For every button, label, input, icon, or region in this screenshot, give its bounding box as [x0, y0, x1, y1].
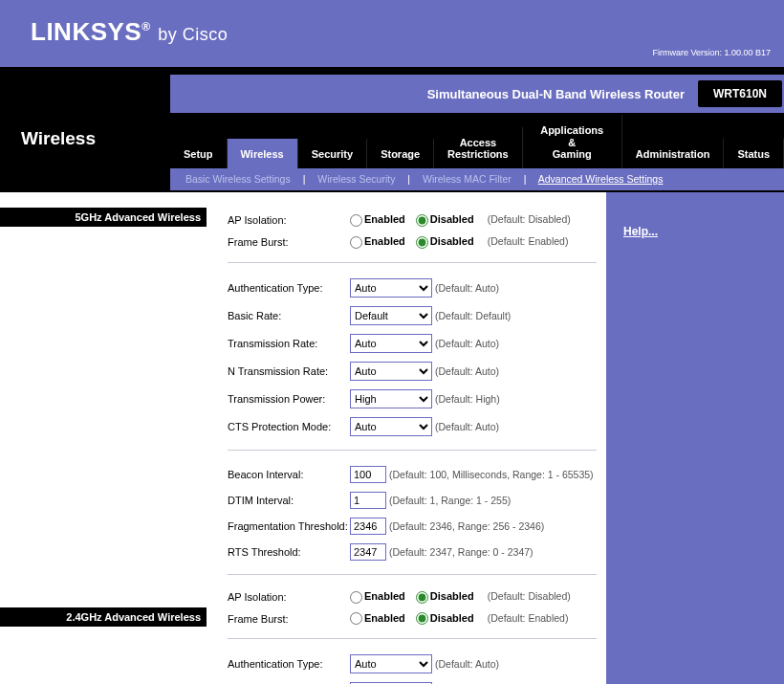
default-note: (Default: Default)	[435, 310, 511, 321]
section-24ghz-label: 2.4GHz Advanced Wireless	[0, 607, 207, 627]
section-5ghz-label: 5GHz Advanced Wireless	[0, 208, 207, 227]
sub-nav-spacer	[0, 168, 170, 190]
default-note: (Default: Disabled)	[488, 213, 571, 225]
sub-tabs: Basic Wireless Settings | Wireless Secur…	[170, 168, 784, 190]
radio-disabled-input[interactable]	[416, 236, 428, 249]
row-frame-burst-24: Frame Burst: Enabled Disabled (Default: …	[228, 612, 597, 626]
label-tx-rate: Transmission Rate:	[228, 338, 350, 349]
select-tx-power-5[interactable]: High	[350, 389, 432, 408]
radio-disabled-input[interactable]	[416, 214, 428, 227]
logo: LINKSYS® by Cisco	[31, 17, 228, 47]
default-note: (Default: 1, Range: 1 - 255)	[389, 495, 511, 506]
default-note: (Default: 2347, Range: 0 - 2347)	[389, 546, 534, 558]
radio-disabled[interactable]: Disabled	[416, 213, 474, 225]
label-cts-mode: CTS Protection Mode:	[228, 421, 350, 432]
label-ap-isolation: AP Isolation:	[228, 591, 350, 603]
tab-security[interactable]: Security	[298, 139, 367, 168]
label-auth-type: Authentication Type:	[228, 282, 350, 294]
radio-frame-burst-24: Enabled Disabled (Default: Enabled)	[350, 612, 568, 626]
subtab-mac-filter[interactable]: Wireless MAC Filter	[423, 173, 512, 185]
radio-enabled-input[interactable]	[350, 236, 362, 249]
input-frag-5[interactable]	[350, 518, 386, 535]
subtab-basic[interactable]: Basic Wireless Settings	[185, 173, 291, 185]
divider	[0, 67, 784, 75]
row-n-tx-rate-5: N Transmission Rate: Auto (Default: Auto…	[228, 362, 597, 381]
radio-enabled[interactable]: Enabled	[350, 235, 405, 247]
input-dtim-5[interactable]	[350, 492, 386, 509]
default-note: (Default: Enabled)	[488, 612, 569, 624]
default-note: (Default: High)	[435, 393, 500, 405]
default-note: (Default: Auto)	[435, 365, 499, 377]
radio-disabled-input[interactable]	[416, 612, 428, 625]
radio-disabled[interactable]: Disabled	[416, 235, 474, 247]
logo-reg: ®	[142, 20, 150, 33]
default-note: (Default: Auto)	[435, 282, 499, 294]
page-title: Wireless	[0, 115, 170, 168]
input-beacon-5[interactable]	[350, 466, 386, 483]
radio-enabled-input[interactable]	[350, 591, 362, 604]
radio-frame-burst-5: Enabled Disabled (Default: Enabled)	[350, 235, 568, 249]
divider	[228, 638, 597, 639]
logo-by: by Cisco	[158, 25, 228, 44]
row-ap-isolation-24: AP Isolation: Enabled Disabled (Default:…	[228, 590, 597, 604]
help-link[interactable]: Help...	[623, 225, 658, 238]
radio-enabled[interactable]: Enabled	[350, 590, 405, 602]
logo-name: LINKSYS	[31, 17, 142, 46]
label-basic-rate: Basic Rate:	[228, 310, 350, 321]
firmware-version: Firmware Version: 1.00.00 B17	[652, 48, 771, 57]
subtab-advanced[interactable]: Advanced Wireless Settings	[538, 173, 664, 185]
radio-disabled[interactable]: Disabled	[416, 612, 474, 624]
label-dtim: DTIM Interval:	[228, 495, 350, 506]
select-tx-rate-5[interactable]: Auto	[350, 334, 432, 353]
form-column: AP Isolation: Enabled Disabled (Default:…	[207, 192, 608, 684]
select-auth-type-24[interactable]: Auto	[350, 654, 432, 673]
radio-enabled[interactable]: Enabled	[350, 612, 405, 624]
row-ap-isolation-5: AP Isolation: Enabled Disabled (Default:…	[228, 213, 597, 227]
content-area: 5GHz Advanced Wireless 2.4GHz Advanced W…	[0, 192, 784, 684]
sub-nav-row: Basic Wireless Settings | Wireless Secur…	[0, 168, 784, 190]
select-auth-type-5[interactable]: Auto	[350, 278, 432, 298]
tab-apps-gaming[interactable]: Applications & Gaming	[523, 115, 622, 168]
divider	[228, 262, 597, 263]
left-column: 5GHz Advanced Wireless 2.4GHz Advanced W…	[0, 192, 207, 684]
label-rts: RTS Threshold:	[228, 546, 350, 558]
select-n-tx-rate-5[interactable]: Auto	[350, 362, 432, 381]
tab-administration[interactable]: Administration	[622, 139, 725, 168]
row-tx-power-5: Transmission Power: High (Default: High)	[228, 389, 597, 408]
subtab-sep: |	[303, 173, 306, 185]
radio-disabled-input[interactable]	[416, 591, 428, 604]
row-frag-5: Fragmentation Threshold: (Default: 2346,…	[228, 518, 597, 535]
row-auth-type-24: Authentication Type: Auto (Default: Auto…	[228, 654, 597, 673]
divider	[228, 450, 597, 451]
tab-storage[interactable]: Storage	[367, 139, 434, 168]
tab-setup[interactable]: Setup	[170, 139, 228, 168]
radio-enabled[interactable]: Enabled	[350, 213, 405, 225]
radio-enabled-input[interactable]	[350, 612, 362, 625]
subtab-sep: |	[524, 173, 527, 185]
tab-access-restrictions[interactable]: Access Restrictions	[434, 127, 523, 168]
radio-disabled[interactable]: Disabled	[416, 590, 474, 602]
select-cts-mode-5[interactable]: Auto	[350, 417, 432, 436]
row-cts-mode-5: CTS Protection Mode: Auto (Default: Auto…	[228, 417, 597, 436]
radio-ap-isolation-5: Enabled Disabled (Default: Disabled)	[350, 213, 571, 227]
tab-status[interactable]: Status	[724, 139, 784, 168]
select-basic-rate-5[interactable]: Default	[350, 306, 432, 325]
input-rts-5[interactable]	[350, 543, 386, 561]
brand-header: LINKSYS® by Cisco Firmware Version: 1.00…	[0, 0, 784, 67]
label-ap-isolation: AP Isolation:	[228, 214, 350, 226]
subtab-security[interactable]: Wireless Security	[317, 173, 395, 185]
row-tx-rate-5: Transmission Rate: Auto (Default: Auto)	[228, 334, 597, 353]
tab-wireless[interactable]: Wireless	[228, 139, 298, 168]
main-tabs: Setup Wireless Security Storage Access R…	[170, 115, 784, 168]
default-note: (Default: 100, Milliseconds, Range: 1 - …	[389, 469, 594, 480]
model-number: WRT610N	[698, 80, 782, 107]
radio-enabled-input[interactable]	[350, 214, 362, 227]
label-frame-burst: Frame Burst:	[228, 236, 350, 248]
label-auth-type: Authentication Type:	[228, 658, 350, 670]
label-beacon: Beacon Interval:	[228, 469, 350, 480]
label-frame-burst: Frame Burst:	[228, 613, 350, 625]
default-note: (Default: Auto)	[435, 658, 499, 670]
default-note: (Default: Enabled)	[488, 235, 569, 247]
product-title-right: Simultaneous Dual-N Band Wireless Router…	[170, 75, 784, 113]
row-frame-burst-5: Frame Burst: Enabled Disabled (Default: …	[228, 235, 597, 249]
